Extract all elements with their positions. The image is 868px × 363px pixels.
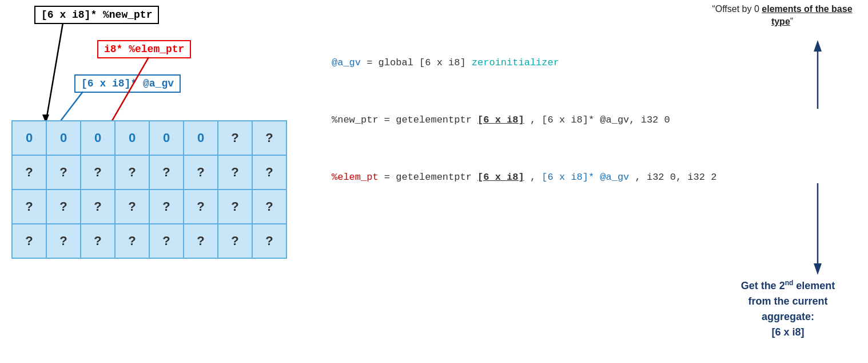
code-area-3: %elem_pt = getelementptr [6 x i8] , [6 x… bbox=[332, 172, 716, 186]
grid-cell: ? bbox=[252, 155, 286, 190]
code-new-ptr-label: %new_ptr = getelementptr bbox=[332, 115, 477, 125]
grid-cell: ? bbox=[81, 190, 115, 224]
annotation-bottom-line1: Get the 2nd element bbox=[725, 278, 851, 294]
code-line-2: %new_ptr = getelementptr [6 x i8] , [6 x… bbox=[332, 115, 670, 125]
grid-table: 000000?????????????????????????? bbox=[11, 120, 287, 259]
right-panel: “Offset by 0 elements of the base type” … bbox=[320, 0, 868, 363]
grid-cell: ? bbox=[81, 224, 115, 258]
grid-cell: ? bbox=[12, 224, 46, 258]
svg-marker-7 bbox=[814, 40, 822, 52]
annotation-bottom-line4: [6 x i8] bbox=[725, 325, 851, 340]
code-elem-ptr-end: , i32 0, i32 2 bbox=[635, 172, 717, 183]
code-elem-ptr-label: %elem_pt bbox=[332, 172, 379, 183]
grid-cell: ? bbox=[115, 190, 149, 224]
left-panel: [6 x i8]* %new_ptr i8* %elem_ptr [6 x i8… bbox=[0, 0, 320, 363]
grid-cell: ? bbox=[218, 224, 252, 258]
code-area-1: @a_gv = global [6 x i8] zeroinitializer bbox=[332, 57, 559, 72]
grid-cell: 0 bbox=[81, 121, 115, 155]
annotation-underline: elements of the base type bbox=[762, 4, 852, 26]
label-new-ptr: [6 x i8]* %new_ptr bbox=[34, 6, 159, 24]
grid-cell: ? bbox=[218, 121, 252, 155]
code-area-2: %new_ptr = getelementptr [6 x i8] , [6 x… bbox=[332, 115, 670, 129]
grid-cell: ? bbox=[149, 155, 184, 190]
code-line-1: @a_gv = global [6 x i8] zeroinitializer bbox=[332, 57, 559, 68]
grid-cell: ? bbox=[184, 155, 218, 190]
annotation-bottom-line3: aggregate: bbox=[725, 309, 851, 325]
grid-cell: ? bbox=[149, 190, 184, 224]
grid-cell: ? bbox=[252, 190, 286, 224]
svg-line-0 bbox=[46, 23, 63, 123]
svg-marker-9 bbox=[814, 263, 822, 275]
grid-cell: ? bbox=[46, 190, 81, 224]
code-global-text: = global [6 x i8] bbox=[367, 57, 472, 68]
annotation-bottom-line2: from the current bbox=[725, 294, 851, 309]
grid-cell: 0 bbox=[12, 121, 46, 155]
grid-cell: 0 bbox=[46, 121, 81, 155]
annotation-bottom: Get the 2nd element from the current agg… bbox=[725, 278, 851, 340]
grid-cell: ? bbox=[149, 224, 184, 258]
code-zeroinit: zeroinitializer bbox=[472, 57, 559, 68]
grid-cell: ? bbox=[81, 155, 115, 190]
code-elem-ptr-agv: [6 x i8]* @a_gv bbox=[541, 172, 629, 183]
code-elem-ptr-mid: = getelementptr bbox=[384, 172, 477, 183]
label-elem-ptr: i8* %elem_ptr bbox=[97, 40, 191, 58]
grid-cell: ? bbox=[184, 224, 218, 258]
code-agv-label: @a_gv bbox=[332, 57, 361, 68]
main-container: [6 x i8]* %new_ptr i8* %elem_ptr [6 x i8… bbox=[0, 0, 868, 363]
grid-cell: ? bbox=[12, 155, 46, 190]
code-6xi8-underline-1: [6 x i8] bbox=[477, 115, 524, 125]
grid-cell: ? bbox=[184, 190, 218, 224]
grid-cell: ? bbox=[115, 155, 149, 190]
code-elem-ptr-comma: , bbox=[530, 172, 541, 183]
grid-cell: ? bbox=[252, 121, 286, 155]
grid-cell: ? bbox=[12, 190, 46, 224]
grid-cell: 0 bbox=[149, 121, 184, 155]
grid-cell: ? bbox=[46, 224, 81, 258]
code-6xi8-underline-2: [6 x i8] bbox=[477, 172, 524, 183]
grid-cell: 0 bbox=[184, 121, 218, 155]
annotation-top: “Offset by 0 elements of the base type” bbox=[708, 3, 857, 29]
grid-cell: 0 bbox=[115, 121, 149, 155]
grid-cell: ? bbox=[218, 190, 252, 224]
grid-cell: ? bbox=[218, 155, 252, 190]
label-agv: [6 x i8]* @a_gv bbox=[74, 74, 181, 93]
grid-cell: ? bbox=[115, 224, 149, 258]
grid-cell: ? bbox=[252, 224, 286, 258]
code-line-3: %elem_pt = getelementptr [6 x i8] , [6 x… bbox=[332, 172, 716, 183]
annotation-top-text: “Offset by 0 elements of the base type” bbox=[712, 4, 852, 26]
superscript-nd: nd bbox=[785, 279, 794, 287]
grid-cell: ? bbox=[46, 155, 81, 190]
grid-wrapper: 000000?????????????????????????? bbox=[11, 120, 287, 259]
code-new-ptr-rest: , [6 x i8]* @a_gv, i32 0 bbox=[530, 115, 670, 125]
